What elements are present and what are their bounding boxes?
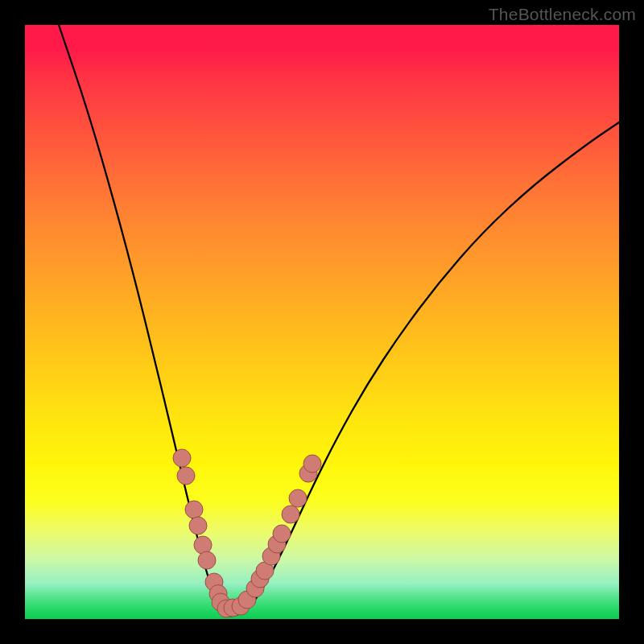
marker-point — [194, 536, 212, 554]
marker-point — [198, 551, 216, 569]
marker-point — [189, 517, 207, 535]
marker-point — [289, 489, 307, 507]
chart-svg — [25, 25, 619, 619]
marker-point — [273, 525, 291, 543]
marker-point — [282, 506, 299, 523]
curve-right-curve — [229, 122, 619, 616]
curves — [59, 25, 619, 616]
watermark-text: TheBottleneck.com — [489, 5, 636, 24]
marker-point — [177, 467, 195, 485]
plot-area — [25, 25, 619, 619]
markers — [173, 449, 321, 617]
marker-point — [303, 455, 321, 473]
chart-frame: TheBottleneck.com — [0, 0, 644, 644]
marker-point — [185, 501, 203, 518]
marker-point — [173, 449, 191, 467]
